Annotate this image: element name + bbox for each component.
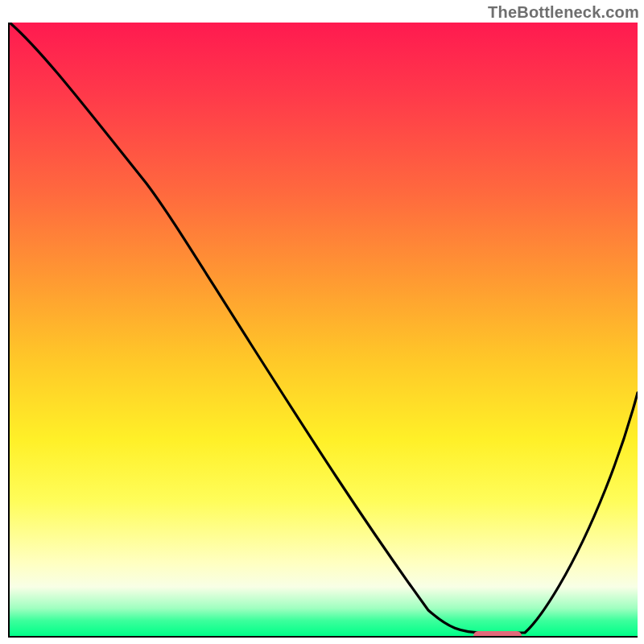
- watermark-text: TheBottleneck.com: [488, 3, 639, 22]
- bottleneck-curve-svg: [10, 23, 638, 636]
- chart-container: TheBottleneck.com: [0, 0, 644, 644]
- bottleneck-curve-path: [10, 23, 638, 633]
- plot-area: [8, 23, 638, 638]
- optimal-range-marker: [473, 631, 522, 638]
